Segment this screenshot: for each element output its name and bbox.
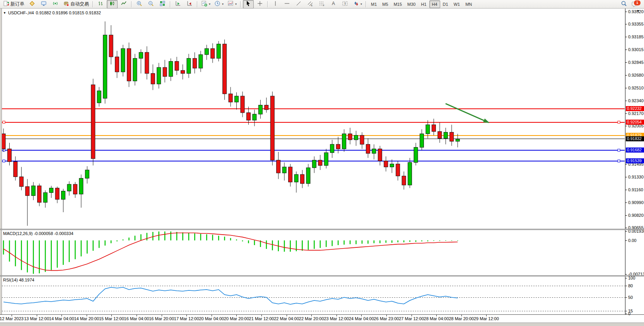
time-label: 22 Mar 20:00 — [299, 316, 324, 321]
panel-splitter[interactable] — [0, 275, 644, 276]
time-label: 24 Mar 04:00 — [349, 316, 374, 321]
trendline-icon — [296, 0, 302, 8]
templates-button[interactable]: ▾ — [226, 0, 238, 9]
time-label: 12 Mar 2023 — [0, 316, 24, 321]
line-endpoint-marker — [3, 121, 5, 124]
horizontal-line-tool-button[interactable] — [282, 0, 292, 9]
macd-axis-tick: 0.00 — [625, 238, 644, 243]
timeframe-button-m5[interactable]: M5 — [379, 0, 391, 8]
chart-symbol-period: USDCHF-,H4 — [8, 10, 34, 15]
trend-arrow-head — [483, 118, 490, 123]
channel-tool-button[interactable]: E — [305, 0, 316, 9]
equidistant-channel-icon: E — [307, 0, 313, 8]
arrows-tool-button[interactable]: ▾ — [351, 0, 364, 9]
terminal-button[interactable] — [38, 0, 49, 9]
new-order-icon — [3, 0, 9, 8]
price-line-label[interactable]: 0.92232 — [626, 106, 644, 111]
tile-windows-button[interactable] — [157, 0, 168, 9]
time-label: 23 Mar 12:00 — [324, 316, 349, 321]
zoom-in-icon — [136, 0, 142, 8]
tile-windows-icon — [159, 0, 166, 8]
timeframe-button-d1[interactable]: D1 — [440, 0, 451, 8]
price-line-label[interactable]: 0.92054 — [626, 120, 644, 125]
collapse-triangle-icon[interactable]: ▼ — [3, 11, 6, 15]
fibonacci-icon: F — [319, 0, 325, 8]
bar-chart-icon — [97, 0, 104, 8]
toolbar-separator — [170, 1, 171, 7]
time-label: 14 Mar 04:00 — [49, 316, 74, 321]
new-chart-button[interactable]: ▾ — [200, 0, 212, 9]
signals-button[interactable] — [50, 0, 61, 9]
price-tick: 0.92340 — [625, 98, 644, 103]
trendline-tool-button[interactable] — [293, 0, 304, 9]
candlestick-mode-button[interactable] — [107, 0, 118, 9]
price-tick: 0.90990 — [625, 200, 644, 205]
macd-canvas[interactable] — [2, 230, 625, 275]
toolbar-separator — [240, 1, 241, 7]
zoom-out-button[interactable] — [145, 0, 156, 9]
rsi-line — [3, 287, 458, 304]
timeframe-button-h1[interactable]: H1 — [418, 0, 429, 8]
rsi-axis-tick: 50 — [625, 295, 644, 300]
periods-button[interactable]: ▾ — [213, 0, 225, 9]
crosshair-tool-button[interactable] — [255, 0, 265, 9]
toolbar-separator — [267, 1, 268, 7]
auto-scroll-button[interactable] — [173, 0, 183, 9]
chart-template-icon — [227, 0, 234, 8]
chevron-down-icon: ▾ — [235, 2, 237, 6]
line-endpoint-marker — [3, 149, 5, 151]
svg-text:T: T — [344, 2, 347, 6]
timeframe-button-m15[interactable]: M15 — [391, 0, 405, 8]
zoom-in-button[interactable] — [134, 0, 145, 9]
price-tick: 0.93185 — [625, 34, 644, 39]
auto-trading-button[interactable]: 自动交易 — [61, 0, 91, 9]
price-tick: 0.92510 — [625, 86, 644, 90]
time-label: 14 Mar 20:00 — [74, 316, 99, 321]
main-chart-canvas[interactable] — [2, 9, 625, 229]
toolbar-separator — [92, 1, 93, 7]
price-tick: 0.90820 — [625, 213, 644, 218]
vertical-line-tool-button[interactable] — [270, 0, 281, 9]
fibonacci-tool-button[interactable]: F — [316, 0, 327, 9]
timeframe-button-m1[interactable]: M1 — [368, 0, 379, 8]
line-chart-mode-button[interactable] — [118, 0, 129, 9]
price-tick: 0.93520 — [625, 9, 644, 14]
panel-splitter[interactable] — [0, 229, 644, 230]
price-axis[interactable]: 0.935200.933550.931850.930150.928450.926… — [625, 9, 644, 314]
rsi-canvas[interactable] — [2, 276, 625, 314]
time-axis[interactable]: 12 Mar 202313 Mar 12:0014 Mar 04:0014 Ma… — [0, 315, 644, 323]
new-order-button[interactable]: 新订单 — [2, 0, 26, 9]
notifications-button[interactable]: 1 — [632, 0, 640, 8]
text-icon: A — [330, 0, 337, 8]
timeframe-button-h4[interactable]: H4 — [429, 0, 440, 8]
cursor-tool-button[interactable] — [243, 0, 254, 9]
rsi-axis-tick: 80 — [625, 283, 644, 288]
timeframe-button-w1[interactable]: W1 — [451, 0, 463, 8]
time-label: 17 Mar 12:00 — [174, 316, 199, 321]
arrows-icon — [353, 0, 359, 8]
time-label: 15 Mar 12:00 — [99, 316, 124, 321]
price-line-label[interactable]: 0.91682 — [626, 148, 644, 153]
timeframe-button-mn[interactable]: MN — [463, 0, 475, 8]
time-label: 28 Mar 04:00 — [424, 316, 449, 321]
time-label: 22 Mar 04:00 — [274, 316, 299, 321]
text-tool-button[interactable]: A — [328, 0, 339, 9]
price-tick: 0.92170 — [625, 111, 644, 116]
vertical-line-icon — [272, 0, 278, 8]
new-chart-icon — [201, 0, 207, 8]
market-watch-button[interactable] — [27, 0, 38, 9]
auto-trading-label: 自动交易 — [70, 1, 89, 7]
timeframe-button-m30[interactable]: M30 — [405, 0, 418, 8]
price-line-label[interactable]: 0.91539 — [626, 158, 644, 163]
text-label-icon: T — [342, 0, 348, 8]
candlestick-icon — [109, 0, 115, 8]
time-label: 27 Mar 12:00 — [399, 316, 424, 321]
bar-chart-mode-button[interactable] — [95, 0, 106, 9]
new-order-label: 新订单 — [10, 1, 24, 7]
line-endpoint-marker — [3, 160, 5, 162]
search-button[interactable] — [618, 0, 629, 9]
chart-shift-button[interactable] — [184, 0, 195, 9]
label-tool-button[interactable]: T — [340, 0, 350, 9]
chevron-down-icon: ▾ — [222, 2, 224, 6]
price-line-label[interactable]: 0.91832 — [626, 136, 644, 141]
